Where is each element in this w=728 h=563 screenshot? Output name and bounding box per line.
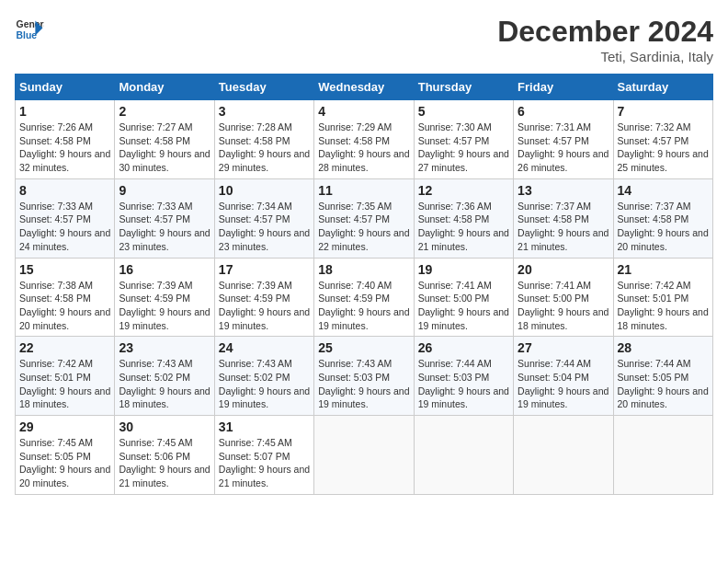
- col-header-sunday: Sunday: [16, 75, 115, 100]
- day-info: Sunrise: 7:27 AMSunset: 4:58 PMDaylight:…: [119, 121, 210, 173]
- calendar-day-cell: 16 Sunrise: 7:39 AMSunset: 4:59 PMDaylig…: [115, 258, 214, 337]
- calendar-day-cell: 24 Sunrise: 7:43 AMSunset: 5:02 PMDaylig…: [214, 337, 313, 416]
- day-number: 7: [618, 104, 709, 119]
- day-info: Sunrise: 7:37 AMSunset: 4:58 PMDaylight:…: [618, 201, 709, 252]
- day-info: Sunrise: 7:41 AMSunset: 5:00 PMDaylight:…: [518, 280, 609, 331]
- page-header: General Blue December 2024 Teti, Sardini…: [15, 15, 713, 64]
- day-number: 27: [518, 340, 609, 355]
- calendar-day-cell: 27 Sunrise: 7:44 AMSunset: 5:04 PMDaylig…: [514, 337, 613, 416]
- calendar-day-cell: 26 Sunrise: 7:44 AMSunset: 5:03 PMDaylig…: [414, 337, 513, 416]
- calendar-day-cell: 9 Sunrise: 7:33 AMSunset: 4:57 PMDayligh…: [115, 178, 214, 258]
- calendar-week-row: 29 Sunrise: 7:45 AMSunset: 5:05 PMDaylig…: [16, 416, 713, 495]
- day-info: Sunrise: 7:42 AMSunset: 5:01 PMDaylight:…: [618, 280, 709, 331]
- day-info: Sunrise: 7:34 AMSunset: 4:57 PMDaylight:…: [219, 201, 310, 252]
- col-header-tuesday: Tuesday: [214, 75, 313, 100]
- empty-cell: [414, 416, 513, 495]
- day-info: Sunrise: 7:44 AMSunset: 5:03 PMDaylight:…: [418, 358, 509, 409]
- empty-cell: [613, 416, 712, 495]
- calendar-day-cell: 4 Sunrise: 7:29 AMSunset: 4:58 PMDayligh…: [314, 100, 414, 179]
- day-info: Sunrise: 7:40 AMSunset: 4:59 PMDaylight:…: [318, 280, 409, 331]
- calendar-day-cell: 18 Sunrise: 7:40 AMSunset: 4:59 PMDaylig…: [314, 258, 414, 337]
- calendar-day-cell: 13 Sunrise: 7:37 AMSunset: 4:58 PMDaylig…: [514, 178, 613, 258]
- svg-text:Blue: Blue: [17, 30, 38, 40]
- day-number: 4: [318, 104, 409, 119]
- col-header-monday: Monday: [115, 75, 214, 100]
- day-info: Sunrise: 7:30 AMSunset: 4:57 PMDaylight:…: [418, 121, 509, 173]
- day-number: 11: [318, 183, 409, 198]
- day-info: Sunrise: 7:33 AMSunset: 4:57 PMDaylight:…: [119, 201, 210, 252]
- day-info: Sunrise: 7:36 AMSunset: 4:58 PMDaylight:…: [418, 201, 509, 252]
- calendar-day-cell: 19 Sunrise: 7:41 AMSunset: 5:00 PMDaylig…: [414, 258, 513, 337]
- calendar-day-cell: 11 Sunrise: 7:35 AMSunset: 4:57 PMDaylig…: [314, 178, 414, 258]
- day-number: 24: [219, 340, 310, 355]
- col-header-friday: Friday: [514, 75, 613, 100]
- day-number: 5: [418, 104, 509, 119]
- day-info: Sunrise: 7:37 AMSunset: 4:58 PMDaylight:…: [518, 201, 609, 252]
- day-number: 9: [119, 183, 210, 198]
- day-number: 12: [418, 183, 509, 198]
- calendar-body: 1 Sunrise: 7:26 AMSunset: 4:58 PMDayligh…: [16, 100, 713, 495]
- calendar-title: December 2024: [497, 15, 713, 49]
- day-info: Sunrise: 7:32 AMSunset: 4:57 PMDaylight:…: [618, 121, 709, 173]
- col-header-thursday: Thursday: [414, 75, 513, 100]
- day-number: 29: [19, 419, 110, 434]
- day-info: Sunrise: 7:39 AMSunset: 4:59 PMDaylight:…: [119, 280, 210, 331]
- day-number: 26: [418, 340, 509, 355]
- calendar-table: SundayMondayTuesdayWednesdayThursdayFrid…: [15, 74, 713, 495]
- day-number: 8: [19, 183, 110, 198]
- empty-cell: [514, 416, 613, 495]
- calendar-day-cell: 17 Sunrise: 7:39 AMSunset: 4:59 PMDaylig…: [214, 258, 313, 337]
- day-number: 15: [19, 262, 110, 277]
- calendar-day-cell: 8 Sunrise: 7:33 AMSunset: 4:57 PMDayligh…: [16, 178, 115, 258]
- day-number: 1: [19, 104, 110, 119]
- calendar-day-cell: 23 Sunrise: 7:43 AMSunset: 5:02 PMDaylig…: [115, 337, 214, 416]
- day-info: Sunrise: 7:45 AMSunset: 5:05 PMDaylight:…: [19, 437, 110, 488]
- day-number: 23: [119, 340, 210, 355]
- calendar-day-cell: 10 Sunrise: 7:34 AMSunset: 4:57 PMDaylig…: [214, 178, 313, 258]
- day-info: Sunrise: 7:41 AMSunset: 5:00 PMDaylight:…: [418, 280, 509, 331]
- day-number: 18: [318, 262, 409, 277]
- day-number: 13: [518, 183, 609, 198]
- day-info: Sunrise: 7:31 AMSunset: 4:57 PMDaylight:…: [518, 121, 609, 173]
- day-number: 16: [119, 262, 210, 277]
- calendar-day-cell: 25 Sunrise: 7:43 AMSunset: 5:03 PMDaylig…: [314, 337, 414, 416]
- calendar-week-row: 1 Sunrise: 7:26 AMSunset: 4:58 PMDayligh…: [16, 100, 713, 179]
- calendar-day-cell: 14 Sunrise: 7:37 AMSunset: 4:58 PMDaylig…: [613, 178, 712, 258]
- calendar-header-row: SundayMondayTuesdayWednesdayThursdayFrid…: [16, 75, 713, 100]
- day-info: Sunrise: 7:45 AMSunset: 5:06 PMDaylight:…: [119, 437, 210, 488]
- day-number: 6: [518, 104, 609, 119]
- col-header-wednesday: Wednesday: [314, 75, 414, 100]
- calendar-subtitle: Teti, Sardinia, Italy: [497, 49, 713, 64]
- calendar-day-cell: 15 Sunrise: 7:38 AMSunset: 4:58 PMDaylig…: [16, 258, 115, 337]
- calendar-day-cell: 12 Sunrise: 7:36 AMSunset: 4:58 PMDaylig…: [414, 178, 513, 258]
- calendar-day-cell: 3 Sunrise: 7:28 AMSunset: 4:58 PMDayligh…: [214, 100, 313, 179]
- calendar-day-cell: 21 Sunrise: 7:42 AMSunset: 5:01 PMDaylig…: [613, 258, 712, 337]
- day-number: 19: [418, 262, 509, 277]
- day-info: Sunrise: 7:38 AMSunset: 4:58 PMDaylight:…: [19, 280, 110, 331]
- day-info: Sunrise: 7:39 AMSunset: 4:59 PMDaylight:…: [219, 280, 310, 331]
- day-number: 21: [618, 262, 709, 277]
- day-info: Sunrise: 7:29 AMSunset: 4:58 PMDaylight:…: [318, 121, 409, 173]
- day-info: Sunrise: 7:35 AMSunset: 4:57 PMDaylight:…: [318, 201, 409, 252]
- calendar-day-cell: 28 Sunrise: 7:44 AMSunset: 5:05 PMDaylig…: [613, 337, 712, 416]
- day-info: Sunrise: 7:43 AMSunset: 5:03 PMDaylight:…: [318, 358, 409, 409]
- day-number: 31: [219, 419, 310, 434]
- calendar-day-cell: 29 Sunrise: 7:45 AMSunset: 5:05 PMDaylig…: [16, 416, 115, 495]
- day-number: 14: [618, 183, 709, 198]
- logo: General Blue: [15, 15, 44, 44]
- calendar-day-cell: 1 Sunrise: 7:26 AMSunset: 4:58 PMDayligh…: [16, 100, 115, 179]
- day-number: 3: [219, 104, 310, 119]
- calendar-day-cell: 2 Sunrise: 7:27 AMSunset: 4:58 PMDayligh…: [115, 100, 214, 179]
- day-info: Sunrise: 7:44 AMSunset: 5:05 PMDaylight:…: [618, 358, 709, 409]
- calendar-day-cell: 30 Sunrise: 7:45 AMSunset: 5:06 PMDaylig…: [115, 416, 214, 495]
- title-area: December 2024 Teti, Sardinia, Italy: [497, 15, 713, 64]
- day-number: 28: [618, 340, 709, 355]
- day-info: Sunrise: 7:43 AMSunset: 5:02 PMDaylight:…: [219, 358, 310, 409]
- calendar-day-cell: 31 Sunrise: 7:45 AMSunset: 5:07 PMDaylig…: [214, 416, 313, 495]
- day-info: Sunrise: 7:28 AMSunset: 4:58 PMDaylight:…: [219, 121, 310, 173]
- calendar-day-cell: 22 Sunrise: 7:42 AMSunset: 5:01 PMDaylig…: [16, 337, 115, 416]
- calendar-week-row: 15 Sunrise: 7:38 AMSunset: 4:58 PMDaylig…: [16, 258, 713, 337]
- day-number: 20: [518, 262, 609, 277]
- day-number: 17: [219, 262, 310, 277]
- logo-icon: General Blue: [15, 15, 44, 44]
